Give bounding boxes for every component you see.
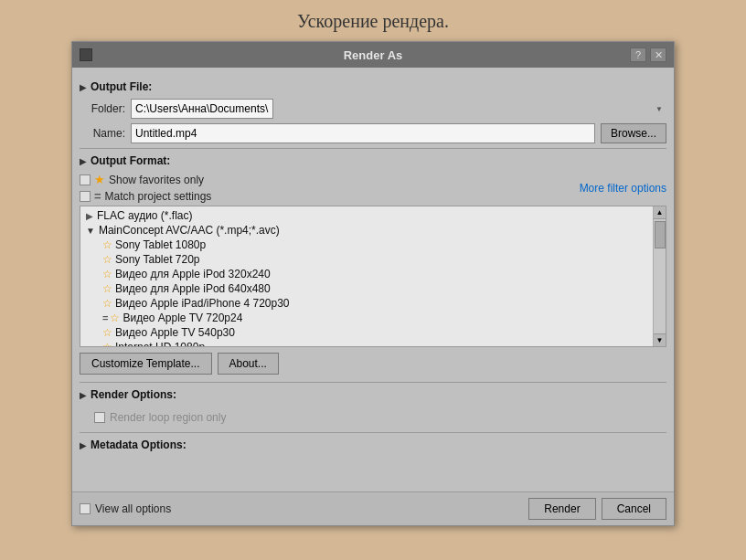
render-loop-label: Render loop region only bbox=[110, 411, 226, 424]
ipad720-label: Видео Apple iPad/iPhone 4 720p30 bbox=[115, 297, 290, 310]
output-file-section: ▶ Output File: Folder: C:\Users\Анна\Doc… bbox=[80, 80, 666, 143]
cancel-button[interactable]: Cancel bbox=[602, 498, 666, 520]
format-list-container: ▶ FLAC аудио (*.flac) ▼ MainConcept AVC/… bbox=[80, 206, 666, 347]
match-project-label: Match project settings bbox=[105, 190, 212, 203]
equals-icon: = bbox=[94, 189, 101, 203]
list-item[interactable]: ▼ MainConcept AVC/AAC (*.mp4;*.avc) bbox=[80, 223, 653, 238]
dialog: Render As ? ✕ ▶ Output File: Folder: C:\… bbox=[71, 41, 675, 526]
dialog-body: ▶ Output File: Folder: C:\Users\Анна\Doc… bbox=[72, 68, 674, 491]
view-all-label: View all options bbox=[95, 502, 171, 515]
metadata-options-section: ▶ Metadata Options: bbox=[80, 438, 666, 451]
scroll-up-arrow[interactable]: ▲ bbox=[654, 206, 666, 219]
titlebar-app-icon bbox=[80, 48, 92, 61]
dialog-title: Render As bbox=[344, 48, 403, 62]
browse-button[interactable]: Browse... bbox=[601, 123, 666, 143]
folder-label: Folder: bbox=[80, 102, 125, 115]
list-item[interactable]: ☆ Видео для Apple iPod 640x480 bbox=[80, 281, 653, 296]
list-item[interactable]: ☆ Internet HD 1080p bbox=[80, 340, 653, 347]
folder-select[interactable]: C:\Users\Анна\Documents\ bbox=[131, 99, 273, 119]
more-filter-link[interactable]: More filter options bbox=[580, 182, 666, 195]
render-options-section: ▶ Render Options: Render loop region onl… bbox=[80, 388, 666, 428]
customize-template-button[interactable]: Customize Template... bbox=[80, 353, 212, 375]
list-item[interactable]: ☆ Sony Tablet 1080p bbox=[80, 238, 653, 252]
list-item[interactable]: ☆ Видео для Apple iPod 320x240 bbox=[80, 267, 653, 281]
render-loop-checkbox[interactable] bbox=[94, 412, 105, 423]
output-format-label: Output Format: bbox=[91, 154, 170, 167]
flac-label: FLAC аудио (*.flac) bbox=[97, 209, 193, 222]
name-label: Name: bbox=[80, 127, 125, 140]
metadata-arrow: ▶ bbox=[80, 440, 87, 450]
list-item[interactable]: ☆ Sony Tablet 720p bbox=[80, 252, 653, 267]
scroll-down-arrow[interactable]: ▼ bbox=[654, 333, 666, 346]
output-format-section: ▶ Output Format: ★ Show favorites only =… bbox=[80, 154, 666, 375]
apple320-label: Видео для Apple iPod 320x240 bbox=[115, 268, 271, 280]
sony1080-label: Sony Tablet 1080p bbox=[115, 238, 206, 251]
output-file-arrow: ▶ bbox=[80, 82, 87, 92]
render-options-arrow: ▶ bbox=[80, 390, 87, 400]
list-item[interactable]: ☆ Видео Apple TV 540p30 bbox=[80, 325, 653, 340]
dialog-footer: View all options Render Cancel bbox=[72, 491, 674, 525]
sony720-label: Sony Tablet 720p bbox=[115, 253, 200, 266]
name-input[interactable] bbox=[131, 123, 595, 143]
list-item[interactable]: ☆ Видео Apple iPad/iPhone 4 720p30 bbox=[80, 296, 653, 311]
help-button[interactable]: ? bbox=[630, 48, 646, 62]
format-list-scrollbar[interactable]: ▲ ▼ bbox=[653, 206, 666, 346]
output-format-arrow: ▶ bbox=[80, 156, 87, 166]
output-file-label: Output File: bbox=[91, 80, 152, 93]
show-favorites-label: Show favorites only bbox=[109, 174, 204, 186]
show-favorites-checkbox[interactable] bbox=[80, 174, 91, 185]
mainconcept-label: MainConcept AVC/AAC (*.mp4;*.avc) bbox=[99, 224, 280, 237]
view-all-checkbox[interactable] bbox=[80, 503, 91, 514]
star-icon: ★ bbox=[94, 173, 105, 186]
scroll-thumb[interactable] bbox=[655, 221, 666, 248]
appletv540-label: Видео Apple TV 540p30 bbox=[115, 326, 235, 339]
appletv720-label: Видео Apple TV 720p24 bbox=[123, 312, 242, 324]
close-button[interactable]: ✕ bbox=[650, 48, 666, 62]
apple640-label: Видео для Apple iPod 640x480 bbox=[115, 282, 271, 295]
page-title-text: Ускорение рендера. bbox=[297, 11, 449, 32]
list-item[interactable]: ▶ FLAC аудио (*.flac) bbox=[80, 208, 653, 223]
list-item[interactable]: = ☆ Видео Apple TV 720p24 bbox=[80, 311, 653, 325]
render-options-label: Render Options: bbox=[91, 388, 176, 401]
match-project-checkbox[interactable] bbox=[80, 191, 91, 202]
about-button[interactable]: About... bbox=[218, 353, 279, 375]
render-button[interactable]: Render bbox=[528, 498, 595, 520]
ihd1080-label: Internet HD 1080p bbox=[115, 341, 205, 347]
format-list: ▶ FLAC аудио (*.flac) ▼ MainConcept AVC/… bbox=[80, 206, 653, 347]
dialog-titlebar: Render As ? ✕ bbox=[72, 42, 674, 68]
metadata-label: Metadata Options: bbox=[91, 438, 186, 451]
